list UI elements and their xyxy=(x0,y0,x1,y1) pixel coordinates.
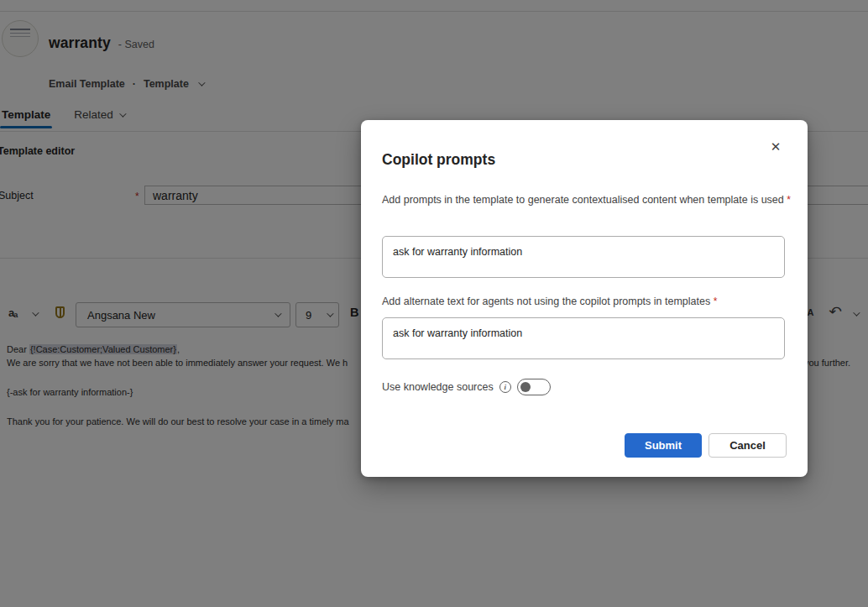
prompt-field-label: Add prompts in the template to generate … xyxy=(382,192,792,209)
required-asterisk: * xyxy=(787,194,791,206)
required-asterisk: * xyxy=(714,296,718,307)
dialog-title: Copilot prompts xyxy=(382,151,495,169)
alternate-label-text: Add alternate text for agents not using … xyxy=(382,296,714,307)
info-icon[interactable]: i xyxy=(499,381,511,393)
alternate-text-input[interactable] xyxy=(382,317,785,359)
dialog-footer: Submit Cancel xyxy=(625,433,787,458)
prompt-input[interactable] xyxy=(382,236,785,278)
close-icon[interactable]: ✕ xyxy=(766,138,785,156)
copilot-prompts-dialog: ✕ Copilot prompts Add prompts in the tem… xyxy=(361,120,808,477)
cancel-button[interactable]: Cancel xyxy=(709,433,787,458)
knowledge-sources-label: Use knowledge sources xyxy=(382,381,494,393)
alternate-text-label: Add alternate text for agents not using … xyxy=(382,294,792,311)
knowledge-sources-toggle[interactable] xyxy=(517,379,551,395)
knowledge-sources-row: Use knowledge sources i xyxy=(382,379,551,395)
prompt-label-text: Add prompts in the template to generate … xyxy=(382,194,787,206)
submit-button[interactable]: Submit xyxy=(625,433,702,458)
toggle-knob xyxy=(520,382,531,392)
